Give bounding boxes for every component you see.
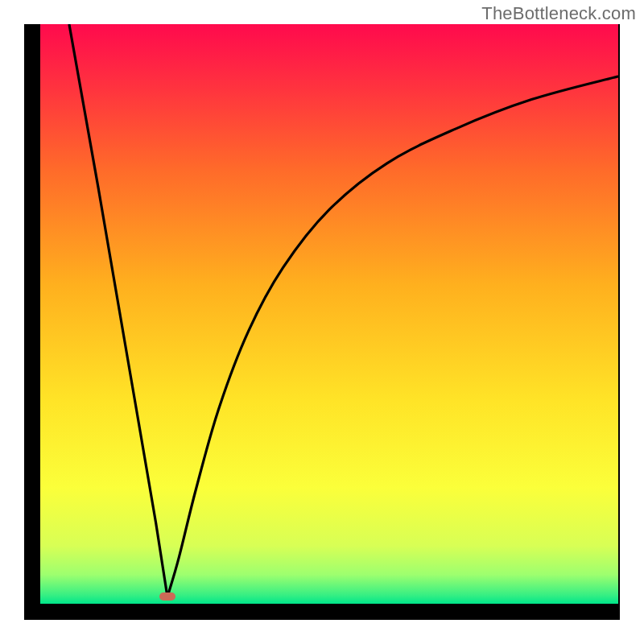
chart-container: TheBottleneck.com: [0, 0, 644, 644]
plot-frame: [24, 24, 620, 620]
plot-area: [40, 24, 618, 604]
watermark-text: TheBottleneck.com: [481, 3, 636, 24]
optimal-marker: [159, 592, 175, 601]
bottleneck-curve: [40, 24, 618, 604]
